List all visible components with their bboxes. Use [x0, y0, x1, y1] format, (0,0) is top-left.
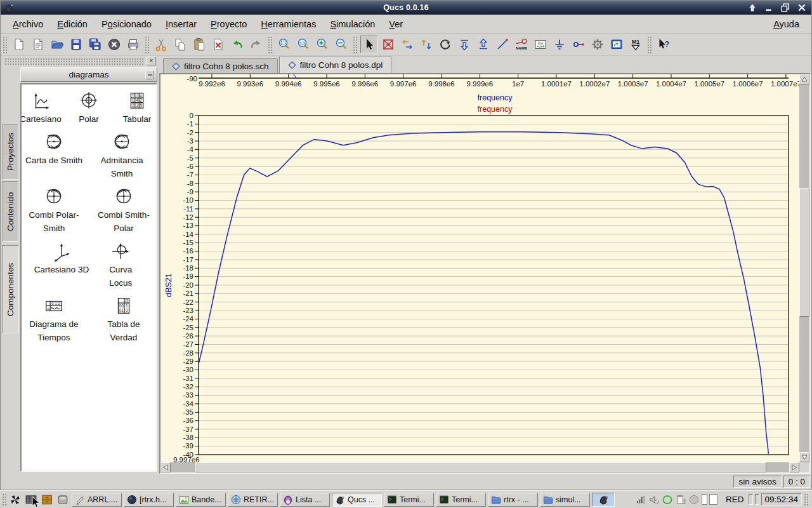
- menu-posicionado[interactable]: Posicionado: [95, 17, 159, 32]
- task-button-2[interactable]: [rtrx.h...: [124, 493, 174, 507]
- launcher-desktop-launcher-icon[interactable]: [56, 493, 70, 507]
- delete-button[interactable]: [209, 36, 227, 53]
- task-button-9[interactable]: rtrx - ...: [488, 493, 538, 507]
- sidebar-tab-proyectos[interactable]: Proyectos: [3, 124, 18, 180]
- insert-equation-button[interactable]: f(u)=u+4: [532, 36, 549, 53]
- insert-label-button[interactable]: NAME: [513, 36, 530, 53]
- category-combobox[interactable]: diagramas: [20, 67, 157, 82]
- mirror-x-button[interactable]: [455, 36, 473, 53]
- combobox-button-icon[interactable]: [145, 70, 154, 79]
- plot-page-viewport[interactable]: 9.992e69.993e69.994e69.995e69.996e69.997…: [160, 74, 799, 462]
- task-button-6[interactable]: Qucs ...: [332, 493, 382, 507]
- diagram-item-carta-de-smith[interactable]: Carta de Smith: [25, 132, 82, 167]
- sidebar-tab-contenido[interactable]: Contenido: [3, 181, 18, 242]
- menu-insertar[interactable]: Insertar: [159, 17, 204, 32]
- vertical-scroll-thumb[interactable]: [799, 188, 809, 317]
- align-horizontal-button[interactable]: [398, 36, 416, 53]
- menu-proyecto[interactable]: Proyecto: [204, 17, 254, 32]
- dock-drag-handle[interactable]: [4, 58, 144, 65]
- task-button-7[interactable]: Termi...: [384, 493, 434, 507]
- tray-cd-icon[interactable]: [688, 494, 700, 505]
- mirror-y-button[interactable]: [475, 36, 492, 53]
- dock-close-button[interactable]: ×: [147, 57, 156, 65]
- zoom-out-button[interactable]: [332, 36, 350, 53]
- vertical-scrollbar[interactable]: [799, 74, 809, 462]
- simulate-button[interactable]: [589, 36, 606, 53]
- diagram-item-tabla-de-verdad[interactable]: Q001010Tabla de Verdad: [93, 296, 154, 344]
- align-vertical-button[interactable]: [417, 36, 435, 53]
- toolbar-drag-handle[interactable]: [647, 36, 652, 53]
- scroll-up-button[interactable]: [799, 74, 809, 84]
- task-button-10[interactable]: simul...: [540, 493, 590, 507]
- tray-clipboard-icon[interactable]: [675, 494, 686, 505]
- document-tab-1[interactable]: filtro Cohn 8 polos.sch: [163, 58, 278, 73]
- insert-wire-button[interactable]: [494, 36, 511, 53]
- menu-ayuda[interactable]: Ayuda: [766, 17, 806, 32]
- tray-green-circle-icon[interactable]: [662, 494, 673, 505]
- set-marker-button[interactable]: M1: [627, 36, 645, 53]
- open-file-button[interactable]: [48, 36, 66, 53]
- diagram-item-tabular[interactable]: fiu142235Tabular: [117, 91, 157, 126]
- tray-signal-bars-icon[interactable]: [635, 494, 646, 505]
- menu-archivo[interactable]: Archivo: [6, 17, 50, 32]
- close-button[interactable]: [797, 3, 806, 12]
- scroll-down-button[interactable]: [799, 452, 809, 462]
- task-button-4[interactable]: RETIR...: [228, 493, 278, 507]
- rotate-button[interactable]: [436, 36, 454, 53]
- diagram-item-combi-polar-smith[interactable]: Combi Polar-Smith: [23, 187, 84, 235]
- undo-button[interactable]: [228, 36, 246, 53]
- cut-button[interactable]: [152, 36, 170, 53]
- maximize-button[interactable]: [781, 3, 790, 12]
- task-button-5[interactable]: Lista ...: [280, 493, 330, 507]
- print-button[interactable]: [124, 36, 142, 53]
- diagram-item-cartesiano-3d[interactable]: Cartesiano 3D: [34, 241, 89, 276]
- menu-herramientas[interactable]: Herramientas: [254, 17, 323, 32]
- select-pointer-button[interactable]: [360, 36, 378, 53]
- tray-qucs-button[interactable]: [592, 493, 615, 507]
- horizontal-scroll-thumb[interactable]: [195, 462, 766, 472]
- new-document-button[interactable]: [10, 36, 28, 53]
- taskbar-drag-handle[interactable]: [804, 493, 808, 506]
- shade-button[interactable]: [748, 3, 757, 12]
- task-button-3[interactable]: Bande...: [176, 493, 226, 507]
- toolbar-drag-handle[interactable]: [3, 36, 7, 53]
- document-tab-2[interactable]: filtro Cohn 8 polos.dpl: [279, 56, 392, 73]
- paste-button[interactable]: [190, 36, 208, 53]
- save-all-button[interactable]: [86, 36, 104, 53]
- close-document-button[interactable]: [105, 36, 123, 53]
- zoom-one-to-one-button[interactable]: 1:1: [294, 36, 312, 53]
- copy-button[interactable]: [171, 36, 189, 53]
- new-text-button[interactable]: [29, 36, 47, 53]
- deactivate-component-button[interactable]: [379, 36, 397, 53]
- horizontal-scrollbar[interactable]: [160, 462, 799, 472]
- insert-port-button[interactable]: [570, 36, 587, 53]
- help-pointer-button[interactable]: ?: [655, 36, 672, 53]
- launcher-pinwheel-icon[interactable]: [8, 493, 22, 507]
- view-data-button[interactable]: [608, 36, 625, 53]
- menu-ver[interactable]: Ver: [382, 17, 410, 32]
- scroll-left-button[interactable]: [160, 462, 171, 472]
- sidebar-tab-componentes[interactable]: Componentes: [2, 245, 19, 333]
- zoom-fit-button[interactable]: [275, 36, 293, 53]
- insert-ground-button[interactable]: [551, 36, 568, 53]
- minimize-button[interactable]: [764, 3, 773, 12]
- diagram-item-cartesiano[interactable]: Cartesiano: [21, 91, 60, 126]
- menu-simulacin[interactable]: Simulación: [323, 17, 382, 32]
- toolbar-drag-handle[interactable]: [268, 36, 272, 53]
- taskbar-drag-handle[interactable]: [2, 493, 6, 506]
- menu-edicin[interactable]: Edición: [50, 17, 95, 32]
- task-button-8[interactable]: Termi...: [436, 493, 486, 507]
- zoom-in-button[interactable]: [313, 36, 331, 53]
- diagram-item-combi-smith-polar[interactable]: Combi Smith-Polar: [93, 187, 154, 235]
- toolbar-drag-handle[interactable]: [353, 36, 357, 53]
- scroll-right-button[interactable]: [789, 462, 799, 472]
- save-button[interactable]: [67, 36, 85, 53]
- diagram-item-polar[interactable]: Polar: [69, 91, 108, 126]
- task-button-1[interactable]: ARRL....: [72, 493, 122, 507]
- diagram-item-admitancia-smith[interactable]: Admitancia Smith: [91, 132, 152, 180]
- redo-button[interactable]: [247, 36, 265, 53]
- toolbar-drag-handle[interactable]: [145, 36, 149, 53]
- diagram-item-diagrama-de-tiempos[interactable]: 0 1 2cDiagrama de Tiempos: [23, 296, 84, 344]
- tray-mute-speaker-icon[interactable]: [648, 494, 660, 505]
- diagram-item-curva-locus[interactable]: Curva Locus: [98, 241, 143, 290]
